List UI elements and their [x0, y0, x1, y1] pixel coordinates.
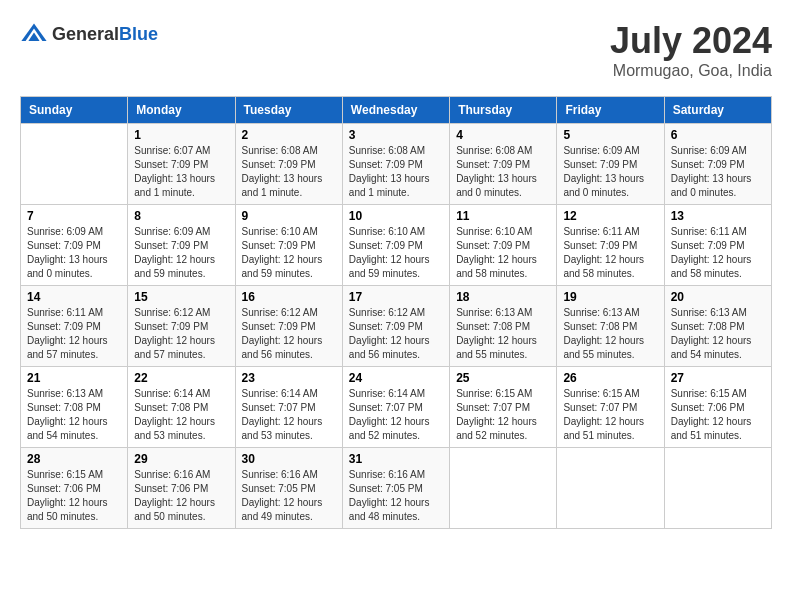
header-sunday: Sunday [21, 97, 128, 124]
day-number: 21 [27, 371, 121, 385]
month-year-title: July 2024 [610, 20, 772, 62]
cell-w1-d4: 3Sunrise: 6:08 AMSunset: 7:09 PMDaylight… [342, 124, 449, 205]
cell-w3-d4: 17Sunrise: 6:12 AMSunset: 7:09 PMDayligh… [342, 286, 449, 367]
day-number: 15 [134, 290, 228, 304]
header-saturday: Saturday [664, 97, 771, 124]
day-info: Sunrise: 6:11 AMSunset: 7:09 PMDaylight:… [27, 306, 121, 362]
cell-w2-d7: 13Sunrise: 6:11 AMSunset: 7:09 PMDayligh… [664, 205, 771, 286]
day-info: Sunrise: 6:07 AMSunset: 7:09 PMDaylight:… [134, 144, 228, 200]
cell-w1-d2: 1Sunrise: 6:07 AMSunset: 7:09 PMDaylight… [128, 124, 235, 205]
title-block: July 2024 Mormugao, Goa, India [610, 20, 772, 80]
day-number: 27 [671, 371, 765, 385]
header-monday: Monday [128, 97, 235, 124]
day-number: 22 [134, 371, 228, 385]
cell-w2-d5: 11Sunrise: 6:10 AMSunset: 7:09 PMDayligh… [450, 205, 557, 286]
day-number: 29 [134, 452, 228, 466]
day-number: 10 [349, 209, 443, 223]
cell-w2-d2: 8Sunrise: 6:09 AMSunset: 7:09 PMDaylight… [128, 205, 235, 286]
cell-w3-d2: 15Sunrise: 6:12 AMSunset: 7:09 PMDayligh… [128, 286, 235, 367]
day-number: 24 [349, 371, 443, 385]
day-info: Sunrise: 6:14 AMSunset: 7:08 PMDaylight:… [134, 387, 228, 443]
day-info: Sunrise: 6:15 AMSunset: 7:07 PMDaylight:… [563, 387, 657, 443]
header-wednesday: Wednesday [342, 97, 449, 124]
day-info: Sunrise: 6:08 AMSunset: 7:09 PMDaylight:… [456, 144, 550, 200]
day-number: 6 [671, 128, 765, 142]
day-number: 14 [27, 290, 121, 304]
cell-w4-d1: 21Sunrise: 6:13 AMSunset: 7:08 PMDayligh… [21, 367, 128, 448]
day-info: Sunrise: 6:13 AMSunset: 7:08 PMDaylight:… [671, 306, 765, 362]
day-info: Sunrise: 6:11 AMSunset: 7:09 PMDaylight:… [671, 225, 765, 281]
day-info: Sunrise: 6:15 AMSunset: 7:06 PMDaylight:… [671, 387, 765, 443]
cell-w4-d5: 25Sunrise: 6:15 AMSunset: 7:07 PMDayligh… [450, 367, 557, 448]
day-info: Sunrise: 6:14 AMSunset: 7:07 PMDaylight:… [242, 387, 336, 443]
day-number: 8 [134, 209, 228, 223]
day-info: Sunrise: 6:15 AMSunset: 7:06 PMDaylight:… [27, 468, 121, 524]
calendar-table: Sunday Monday Tuesday Wednesday Thursday… [20, 96, 772, 529]
day-info: Sunrise: 6:13 AMSunset: 7:08 PMDaylight:… [27, 387, 121, 443]
cell-w1-d3: 2Sunrise: 6:08 AMSunset: 7:09 PMDaylight… [235, 124, 342, 205]
cell-w1-d7: 6Sunrise: 6:09 AMSunset: 7:09 PMDaylight… [664, 124, 771, 205]
cell-w4-d4: 24Sunrise: 6:14 AMSunset: 7:07 PMDayligh… [342, 367, 449, 448]
day-number: 17 [349, 290, 443, 304]
day-number: 25 [456, 371, 550, 385]
cell-w2-d1: 7Sunrise: 6:09 AMSunset: 7:09 PMDaylight… [21, 205, 128, 286]
location-subtitle: Mormugao, Goa, India [610, 62, 772, 80]
cell-w4-d6: 26Sunrise: 6:15 AMSunset: 7:07 PMDayligh… [557, 367, 664, 448]
cell-w1-d1 [21, 124, 128, 205]
day-number: 26 [563, 371, 657, 385]
week-row-5: 28Sunrise: 6:15 AMSunset: 7:06 PMDayligh… [21, 448, 772, 529]
day-info: Sunrise: 6:16 AMSunset: 7:05 PMDaylight:… [242, 468, 336, 524]
day-info: Sunrise: 6:10 AMSunset: 7:09 PMDaylight:… [242, 225, 336, 281]
cell-w2-d6: 12Sunrise: 6:11 AMSunset: 7:09 PMDayligh… [557, 205, 664, 286]
cell-w4-d3: 23Sunrise: 6:14 AMSunset: 7:07 PMDayligh… [235, 367, 342, 448]
day-number: 23 [242, 371, 336, 385]
day-info: Sunrise: 6:12 AMSunset: 7:09 PMDaylight:… [242, 306, 336, 362]
day-number: 4 [456, 128, 550, 142]
day-number: 11 [456, 209, 550, 223]
day-number: 30 [242, 452, 336, 466]
cell-w3-d7: 20Sunrise: 6:13 AMSunset: 7:08 PMDayligh… [664, 286, 771, 367]
day-info: Sunrise: 6:08 AMSunset: 7:09 PMDaylight:… [349, 144, 443, 200]
cell-w3-d6: 19Sunrise: 6:13 AMSunset: 7:08 PMDayligh… [557, 286, 664, 367]
header-thursday: Thursday [450, 97, 557, 124]
day-number: 31 [349, 452, 443, 466]
cell-w2-d4: 10Sunrise: 6:10 AMSunset: 7:09 PMDayligh… [342, 205, 449, 286]
week-row-3: 14Sunrise: 6:11 AMSunset: 7:09 PMDayligh… [21, 286, 772, 367]
day-number: 2 [242, 128, 336, 142]
week-row-4: 21Sunrise: 6:13 AMSunset: 7:08 PMDayligh… [21, 367, 772, 448]
day-info: Sunrise: 6:13 AMSunset: 7:08 PMDaylight:… [563, 306, 657, 362]
day-number: 12 [563, 209, 657, 223]
day-number: 20 [671, 290, 765, 304]
day-info: Sunrise: 6:14 AMSunset: 7:07 PMDaylight:… [349, 387, 443, 443]
day-info: Sunrise: 6:12 AMSunset: 7:09 PMDaylight:… [349, 306, 443, 362]
day-info: Sunrise: 6:10 AMSunset: 7:09 PMDaylight:… [456, 225, 550, 281]
day-number: 13 [671, 209, 765, 223]
logo-icon [20, 20, 48, 48]
day-number: 1 [134, 128, 228, 142]
cell-w5-d4: 31Sunrise: 6:16 AMSunset: 7:05 PMDayligh… [342, 448, 449, 529]
cell-w5-d1: 28Sunrise: 6:15 AMSunset: 7:06 PMDayligh… [21, 448, 128, 529]
calendar-body: 1Sunrise: 6:07 AMSunset: 7:09 PMDaylight… [21, 124, 772, 529]
day-info: Sunrise: 6:16 AMSunset: 7:06 PMDaylight:… [134, 468, 228, 524]
day-number: 7 [27, 209, 121, 223]
day-number: 9 [242, 209, 336, 223]
cell-w4-d7: 27Sunrise: 6:15 AMSunset: 7:06 PMDayligh… [664, 367, 771, 448]
week-row-2: 7Sunrise: 6:09 AMSunset: 7:09 PMDaylight… [21, 205, 772, 286]
day-info: Sunrise: 6:15 AMSunset: 7:07 PMDaylight:… [456, 387, 550, 443]
cell-w5-d7 [664, 448, 771, 529]
day-number: 18 [456, 290, 550, 304]
header-friday: Friday [557, 97, 664, 124]
day-info: Sunrise: 6:13 AMSunset: 7:08 PMDaylight:… [456, 306, 550, 362]
cell-w4-d2: 22Sunrise: 6:14 AMSunset: 7:08 PMDayligh… [128, 367, 235, 448]
logo-general-text: General [52, 24, 119, 44]
cell-w3-d3: 16Sunrise: 6:12 AMSunset: 7:09 PMDayligh… [235, 286, 342, 367]
cell-w3-d5: 18Sunrise: 6:13 AMSunset: 7:08 PMDayligh… [450, 286, 557, 367]
cell-w5-d2: 29Sunrise: 6:16 AMSunset: 7:06 PMDayligh… [128, 448, 235, 529]
days-of-week-row: Sunday Monday Tuesday Wednesday Thursday… [21, 97, 772, 124]
logo: GeneralBlue [20, 20, 158, 48]
cell-w5-d6 [557, 448, 664, 529]
cell-w1-d5: 4Sunrise: 6:08 AMSunset: 7:09 PMDaylight… [450, 124, 557, 205]
day-info: Sunrise: 6:09 AMSunset: 7:09 PMDaylight:… [563, 144, 657, 200]
day-number: 5 [563, 128, 657, 142]
cell-w5-d3: 30Sunrise: 6:16 AMSunset: 7:05 PMDayligh… [235, 448, 342, 529]
